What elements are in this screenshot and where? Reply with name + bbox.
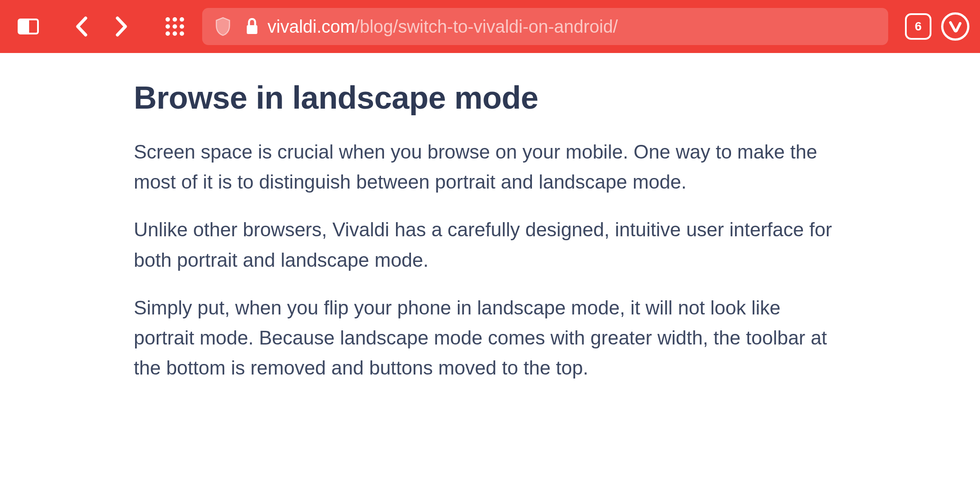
tab-switcher-button[interactable]: 6 [905, 13, 931, 40]
grid-icon [165, 17, 185, 36]
article-heading: Browse in landscape mode [134, 80, 836, 116]
svg-point-0 [166, 17, 170, 22]
forward-button[interactable] [104, 9, 139, 44]
tab-count-value: 6 [915, 19, 922, 34]
article-paragraph: Unlike other browsers, Vivaldi has a car… [134, 215, 836, 275]
svg-point-1 [173, 17, 177, 22]
vivaldi-logo-icon [947, 19, 963, 34]
vivaldi-menu-button[interactable] [941, 12, 969, 41]
svg-point-3 [166, 24, 170, 29]
page-content: Browse in landscape mode Screen space is… [0, 53, 980, 383]
svg-point-7 [173, 31, 177, 36]
url-display: vivaldi.com/blog/switch-to-vivaldi-on-an… [268, 17, 618, 37]
svg-point-2 [180, 17, 184, 22]
speed-dial-button[interactable] [157, 9, 192, 44]
svg-rect-9 [247, 25, 257, 34]
svg-point-5 [180, 24, 184, 29]
browser-toolbar: vivaldi.com/blog/switch-to-vivaldi-on-an… [0, 0, 980, 53]
svg-point-4 [173, 24, 177, 29]
article-paragraph: Screen space is crucial when you browse … [134, 137, 836, 197]
article: Browse in landscape mode Screen space is… [134, 80, 836, 383]
panel-toggle-button[interactable] [11, 9, 46, 44]
svg-point-6 [166, 31, 170, 36]
address-bar[interactable]: vivaldi.com/blog/switch-to-vivaldi-on-an… [202, 8, 888, 45]
svg-point-8 [180, 31, 184, 36]
lock-icon[interactable] [245, 18, 259, 35]
article-paragraph: Simply put, when you flip your phone in … [134, 293, 836, 383]
shield-icon[interactable] [215, 17, 231, 36]
chevron-right-icon [116, 16, 128, 37]
panel-icon [18, 19, 39, 34]
chevron-left-icon [75, 16, 87, 37]
back-button[interactable] [64, 9, 99, 44]
url-path: /blog/switch-to-vivaldi-on-android/ [355, 17, 618, 36]
url-domain: vivaldi.com [268, 17, 355, 36]
